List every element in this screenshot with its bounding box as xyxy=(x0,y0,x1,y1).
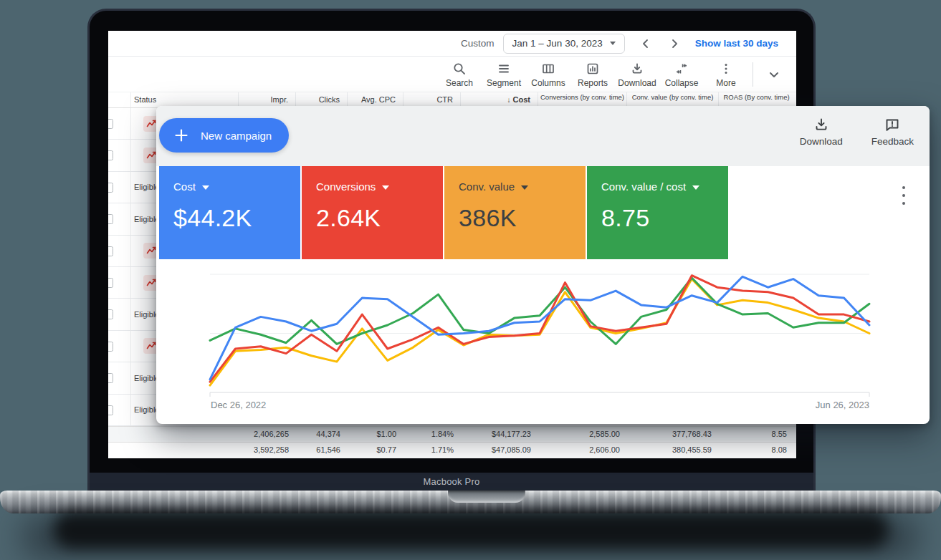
scorecard-conversions[interactable]: Conversions 2.64K xyxy=(302,166,443,259)
caret-down-icon xyxy=(610,42,616,45)
clipped-campaign-type-icon xyxy=(108,405,113,415)
clipped-campaign-type-icon xyxy=(108,214,113,224)
chevron-down-icon xyxy=(765,66,783,83)
total-clicks: 61,546 xyxy=(296,443,348,458)
header-conversions[interactable]: Conversions (by conv. time) xyxy=(538,92,627,107)
toolbar-divider xyxy=(753,62,753,87)
segment-button[interactable]: Segment xyxy=(482,62,526,88)
date-range-picker[interactable]: Jan 1 – Jun 30, 2023 xyxy=(503,34,625,54)
totals-row-account: 3,592,258 61,546 $0.77 1.71% $47,085.09 … xyxy=(108,442,796,458)
new-campaign-label: New campaign xyxy=(201,130,272,142)
more-vertical-icon xyxy=(719,62,733,76)
scorecard-value: $44.2K xyxy=(173,204,300,232)
total-roas: 8.08 xyxy=(719,443,794,458)
toolbar-label: Columns xyxy=(531,78,565,88)
scorecard-label: Cost xyxy=(173,180,196,193)
columns-icon xyxy=(541,62,555,76)
caret-down-icon xyxy=(521,185,528,190)
total-conversions: 2,585.00 xyxy=(538,427,627,442)
clipped-campaign-type-icon xyxy=(108,246,113,256)
new-campaign-button[interactable]: New campaign xyxy=(159,118,289,153)
x-axis-start-label: Dec 26, 2022 xyxy=(211,400,266,410)
more-button[interactable]: More xyxy=(704,62,748,88)
overview-card-header: New campaign Download Feedback xyxy=(156,106,930,166)
feedback-icon xyxy=(884,116,901,133)
total-conv-value: 377,768.43 xyxy=(627,427,719,442)
chevron-left-icon xyxy=(644,40,647,47)
header-conv-value[interactable]: Conv. value (by conv. time) xyxy=(627,92,719,107)
header-status[interactable]: Status xyxy=(131,92,239,107)
download-button[interactable]: Download xyxy=(615,62,659,88)
overview-card: New campaign Download Feedback Cost $44.… xyxy=(156,106,930,424)
scorecard-conv-value-per-cost[interactable]: Conv. value / cost 8.75 xyxy=(587,166,728,259)
plus-icon xyxy=(173,127,189,143)
clipped-campaign-type-icon xyxy=(108,373,113,383)
prev-period-button[interactable] xyxy=(638,36,654,52)
trend-chart: Dec 26, 2022 Jun 26, 2023 xyxy=(156,259,930,424)
scorecard-label: Conversions xyxy=(316,180,376,193)
toolbar-label: Collapse xyxy=(665,78,699,88)
header-ctr[interactable]: CTR xyxy=(403,92,461,107)
collapse-button[interactable]: Collapse xyxy=(659,62,704,88)
laptop-lid-notch xyxy=(448,491,525,503)
total-conv-value: 380,455.59 xyxy=(627,443,719,458)
toolbar-label: Search xyxy=(446,78,473,88)
card-download-label: Download xyxy=(800,136,843,147)
total-impr: 2,406,265 xyxy=(239,427,296,442)
header-roas[interactable]: ROAS (By conv. time) xyxy=(719,92,794,107)
total-impr: 3,592,258 xyxy=(239,443,296,458)
card-download-button[interactable]: Download xyxy=(800,116,843,147)
total-cost: $47,085.09 xyxy=(461,443,538,458)
total-ctr: 1.84% xyxy=(403,427,461,442)
card-feedback-button[interactable]: Feedback xyxy=(871,116,914,147)
scorecard-bar: Cost $44.2K Conversions 2.64K Conv. valu… xyxy=(159,166,728,259)
chevron-right-icon xyxy=(673,40,677,47)
total-clicks: 44,374 xyxy=(296,427,348,442)
laptop-shadow xyxy=(54,511,889,549)
scorecard-value: 8.75 xyxy=(601,204,728,232)
clipped-campaign-type-icon xyxy=(108,183,113,193)
trend-chart-plot xyxy=(156,259,930,424)
search-button[interactable]: Search xyxy=(437,62,482,88)
total-conversions: 2,606.00 xyxy=(538,443,627,458)
reports-icon xyxy=(586,62,600,76)
date-range-value: Jan 1 – Jun 30, 2023 xyxy=(512,38,603,49)
header-edge-cell xyxy=(108,92,131,107)
caret-down-icon xyxy=(202,185,209,190)
toolbar-label: Segment xyxy=(487,78,521,88)
table-totals: 2,406,265 44,374 $1.00 1.84% $44,177.23 … xyxy=(108,426,796,457)
collapse-icon xyxy=(674,62,689,76)
segment-icon xyxy=(497,62,511,76)
laptop-brand-strip: Macbook Pro xyxy=(90,473,813,491)
toolbar-label: More xyxy=(716,78,735,88)
date-range-bar: Custom Jan 1 – Jun 30, 2023 Show last 30… xyxy=(108,31,796,57)
download-icon xyxy=(813,116,830,133)
header-avg-cpc[interactable]: Avg. CPC xyxy=(348,92,403,107)
header-impressions[interactable]: Impr. xyxy=(239,92,296,107)
card-feedback-label: Feedback xyxy=(871,136,914,147)
trend-line-conversions xyxy=(210,276,869,382)
total-ctr: 1.71% xyxy=(403,443,461,458)
toolbar-label: Reports xyxy=(578,78,608,88)
scorecard-value: 386K xyxy=(459,204,586,232)
caret-down-icon xyxy=(382,185,389,190)
collapse-panel-chevron[interactable] xyxy=(763,66,785,83)
clipped-campaign-type-icon xyxy=(108,119,113,129)
total-roas: 8.55 xyxy=(719,427,794,442)
reports-button[interactable]: Reports xyxy=(570,62,615,88)
clipped-campaign-type-icon xyxy=(108,342,113,352)
next-period-button[interactable] xyxy=(667,36,682,52)
scorecard-label: Conv. value xyxy=(459,180,515,193)
total-avg-cpc: $1.00 xyxy=(348,427,403,442)
total-avg-cpc: $0.77 xyxy=(348,443,403,458)
toolbar-label: Download xyxy=(618,78,656,88)
scorecard-conv-value[interactable]: Conv. value 386K xyxy=(444,166,586,259)
laptop-brand-label: Macbook Pro xyxy=(424,476,480,487)
show-last-30-days-link[interactable]: Show last 30 days xyxy=(695,38,778,49)
total-cost: $44,177.23 xyxy=(461,427,538,442)
chart-options-menu-button[interactable] xyxy=(897,185,910,206)
scorecard-cost[interactable]: Cost $44.2K xyxy=(159,166,300,259)
header-clicks[interactable]: Clicks xyxy=(296,92,348,107)
header-cost[interactable]: ↓Cost xyxy=(461,92,538,107)
columns-button[interactable]: Columns xyxy=(526,62,570,88)
